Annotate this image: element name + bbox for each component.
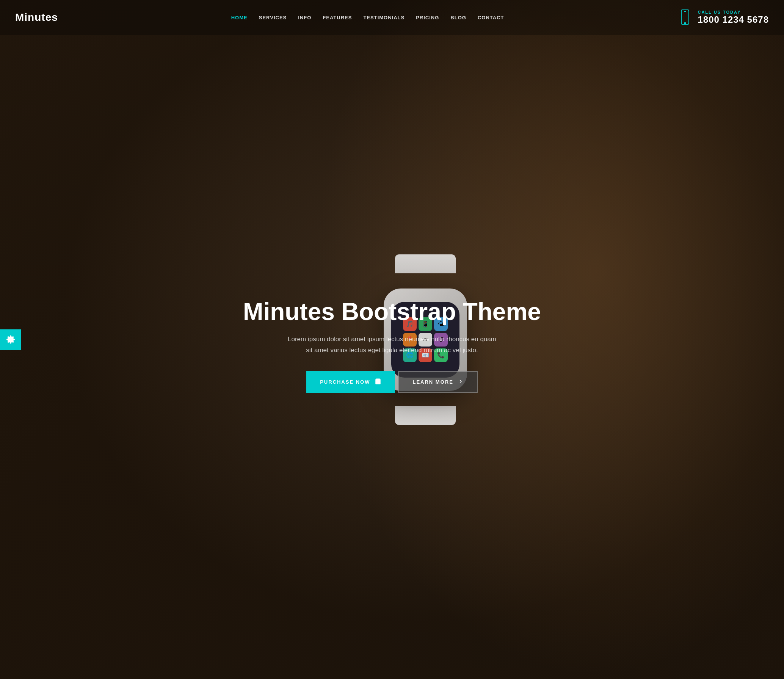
gear-icon xyxy=(6,335,15,344)
nav-item-blog[interactable]: BLOG xyxy=(450,14,466,21)
phone-icon xyxy=(677,8,693,27)
purchase-button[interactable]: PURCHASE NOW xyxy=(306,371,395,393)
nav-link-pricing[interactable]: PRICING xyxy=(416,15,439,20)
hero-description: Lorem ipsum dolor sit amet ipsum lectus … xyxy=(288,334,496,356)
svg-point-2 xyxy=(685,23,686,24)
nav-item-services[interactable]: SERVICES xyxy=(259,14,287,21)
nav-link-contact[interactable]: CONTACT xyxy=(478,15,504,20)
chevron-right-icon xyxy=(458,379,463,385)
phone-svg-icon xyxy=(679,9,691,25)
settings-button[interactable] xyxy=(0,329,21,350)
nav-item-home[interactable]: HOME xyxy=(231,14,248,21)
cart-icon xyxy=(375,378,381,386)
hero-section: 🎵 📱 🌤 📍 73° ⏱ 🌐 📧 📞 Minutes HOME xyxy=(0,0,784,679)
purchase-button-label: PURCHASE NOW xyxy=(320,379,370,385)
hero-title: Minutes Bootstrap Theme xyxy=(243,298,541,325)
nav-item-features[interactable]: FEATURES xyxy=(323,14,352,21)
learn-more-button[interactable]: LEARN MORE xyxy=(398,371,477,393)
nav-item-info[interactable]: INFO xyxy=(298,14,311,21)
nav-item-testimonials[interactable]: TESTIMONIALS xyxy=(363,14,405,21)
navbar: Minutes HOME SERVICES INFO FEATURES TEST… xyxy=(0,0,784,35)
nav-link-info[interactable]: INFO xyxy=(298,15,311,20)
nav-link-home[interactable]: HOME xyxy=(231,15,248,20)
call-label: CALL US TODAY xyxy=(698,10,769,14)
nav-item-contact[interactable]: CONTACT xyxy=(478,14,504,21)
nav-link-testimonials[interactable]: TESTIMONIALS xyxy=(363,15,405,20)
learn-more-button-label: LEARN MORE xyxy=(412,379,453,385)
hero-content: Minutes Bootstrap Theme Lorem ipsum dolo… xyxy=(0,12,784,679)
nav-link-services[interactable]: SERVICES xyxy=(259,15,287,20)
contact-info: CALL US TODAY 1800 1234 5678 xyxy=(677,8,769,27)
hero-buttons: PURCHASE NOW LEARN MORE xyxy=(306,371,478,393)
svg-rect-0 xyxy=(681,10,689,24)
nav-link-features[interactable]: FEATURES xyxy=(323,15,352,20)
phone-info: CALL US TODAY 1800 1234 5678 xyxy=(698,10,769,25)
nav-item-pricing[interactable]: PRICING xyxy=(416,14,439,21)
brand-logo[interactable]: Minutes xyxy=(15,11,58,24)
phone-number: 1800 1234 5678 xyxy=(698,14,769,25)
nav-links: HOME SERVICES INFO FEATURES TESTIMONIALS… xyxy=(231,14,504,21)
nav-link-blog[interactable]: BLOG xyxy=(450,15,466,20)
